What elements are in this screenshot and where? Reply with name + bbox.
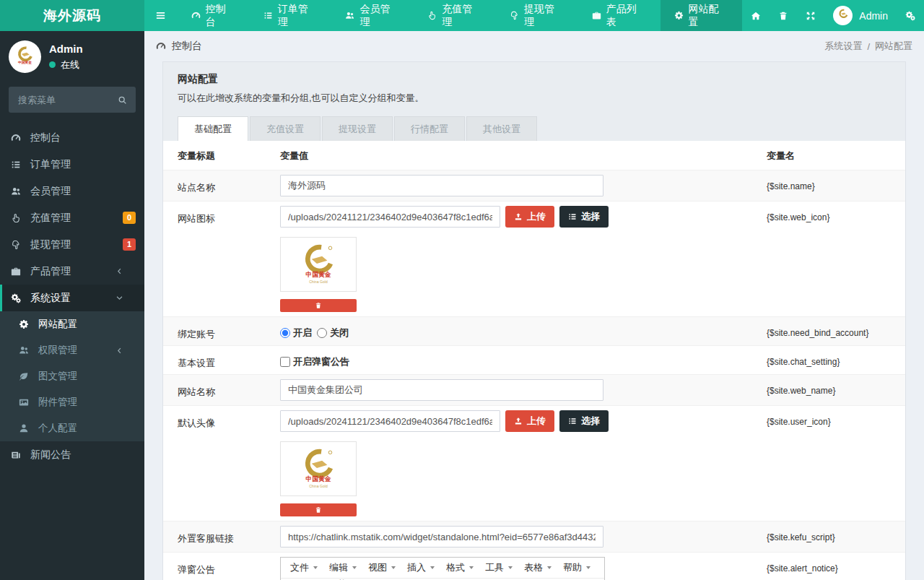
trash-icon <box>778 11 788 21</box>
sidebar-item-profile-config[interactable]: 个人配置 <box>0 415 144 441</box>
sidebar-item-news[interactable]: 新闻公告 <box>0 441 144 468</box>
radio-option-off[interactable]: 关闭 <box>317 326 349 339</box>
upload-icon <box>514 417 523 425</box>
nav-item-recharge[interactable]: 充值管理 <box>414 0 496 31</box>
caret-icon <box>586 566 590 569</box>
editor-menu-edit[interactable]: 编辑 <box>323 559 362 577</box>
web-icon-preview: 中国黄金China Gold <box>280 237 357 292</box>
breadcrumb-current-page: 网站配置 <box>875 40 912 53</box>
upload-button[interactable]: 上传 <box>505 206 554 228</box>
choose-button[interactable]: 选择 <box>559 206 609 228</box>
page-title: 网站配置 <box>178 73 891 86</box>
search-input[interactable] <box>9 87 108 113</box>
sidebar-item-attachments[interactable]: 附件管理 <box>0 389 144 415</box>
table-row: 网站图标 上传 选择 中国黄金China Gold {$site.web_ico… <box>163 201 905 316</box>
content-area: 控制台 系统设置 / 网站配置 网站配置 可以在此增改系统的变量和分组,也可以自… <box>144 31 924 580</box>
popup-notice-checkbox-label[interactable]: 开启弹窗公告 <box>280 355 349 368</box>
upload-button[interactable]: 上传 <box>505 410 554 432</box>
radio-option-on[interactable]: 开启 <box>280 326 312 339</box>
sidebar-item-product-mgmt[interactable]: 产品管理 <box>0 258 144 285</box>
avatar: 中国黄金 <box>9 40 41 73</box>
breadcrumb-parent-link[interactable]: 系统设置 <box>824 40 862 53</box>
users-icon <box>11 186 30 196</box>
nav-label: 网站配置 <box>689 3 729 29</box>
content-header: 控制台 系统设置 / 网站配置 <box>144 31 924 59</box>
tab-recharge-settings[interactable]: 充值设置 <box>250 116 321 141</box>
list-icon <box>11 160 30 170</box>
variable-name: {$site.need_bind_account} <box>767 321 891 341</box>
editor-menu-help[interactable]: 帮助 <box>557 559 596 577</box>
sidebar-item-recharge[interactable]: 充值管理0 <box>0 204 144 231</box>
table-row: 默认头像 上传 选择 中国黄金China Gold {$site.user_ic… <box>163 405 905 521</box>
nav-label: 会员管理 <box>359 3 400 29</box>
sidebar-item-withdraw[interactable]: 提现管理1 <box>0 231 144 258</box>
row-title: 网站名称 <box>178 379 280 401</box>
china-gold-logo: 中国黄金China Gold <box>292 242 344 287</box>
tab-withdraw-settings[interactable]: 提现设置 <box>322 116 393 141</box>
china-gold-logo: 中国黄金China Gold <box>292 446 344 491</box>
hand-up-icon <box>11 213 30 223</box>
settings-button[interactable] <box>897 0 924 31</box>
tab-basic-config[interactable]: 基础配置 <box>178 116 248 141</box>
sidebar-item-site-config[interactable]: 网站配置 <box>0 311 144 337</box>
avatar <box>833 6 853 25</box>
nav-item-dashboard[interactable]: 控制台 <box>178 0 250 31</box>
newspaper-icon <box>11 450 30 460</box>
delete-image-button[interactable] <box>280 299 357 312</box>
caret-icon <box>391 566 396 569</box>
chevron-left-icon <box>116 267 135 275</box>
hand-down-icon <box>510 11 519 20</box>
radio-off[interactable] <box>317 328 327 338</box>
brand-logo[interactable]: 海外源码 <box>0 0 144 31</box>
web-name-input[interactable] <box>280 379 603 401</box>
table-row: 站点名称 {$site.name} <box>163 170 905 201</box>
caret-icon <box>547 566 552 569</box>
top-navbar: 控制台 订单管理 会员管理 充值管理 提现管理 产品列表 网站配置 Admin <box>144 0 924 31</box>
fullscreen-button[interactable] <box>797 0 824 31</box>
sidebar-item-members[interactable]: 会员管理 <box>0 178 144 204</box>
tab-other-settings[interactable]: 其他设置 <box>466 116 537 141</box>
editor-menu-insert[interactable]: 插入 <box>401 559 440 577</box>
tachometer-icon <box>11 133 30 143</box>
popup-notice-checkbox[interactable] <box>280 357 290 367</box>
user-icon-path-input[interactable] <box>280 410 500 432</box>
user-menu[interactable]: Admin <box>824 6 897 25</box>
column-header: 变量标题 <box>178 150 280 163</box>
config-table: 变量标题 变量值 变量名 站点名称 {$site.name} 网站图标 上传 选… <box>163 141 905 580</box>
trash-button[interactable] <box>770 0 797 31</box>
search-button[interactable] <box>108 87 136 113</box>
nav-item-products[interactable]: 产品列表 <box>578 0 661 31</box>
breadcrumb-current: 控制台 <box>172 40 202 53</box>
home-button[interactable] <box>742 0 770 31</box>
radio-on[interactable] <box>280 328 290 338</box>
expand-icon <box>806 11 816 21</box>
site-name-input[interactable] <box>280 175 603 196</box>
cogs-icon <box>11 293 30 303</box>
tab-market-config[interactable]: 行情配置 <box>394 116 465 141</box>
sidebar-item-dashboard[interactable]: 控制台 <box>0 124 144 151</box>
sidebar-item-content-mgmt[interactable]: 图文管理 <box>0 363 144 389</box>
column-header: 变量名 <box>767 150 891 163</box>
choose-button[interactable]: 选择 <box>559 410 609 432</box>
sidebar-toggle-button[interactable] <box>144 0 178 31</box>
trash-icon <box>315 506 322 514</box>
nav-item-orders[interactable]: 订单管理 <box>250 0 332 31</box>
nav-item-members[interactable]: 会员管理 <box>331 0 414 31</box>
nav-item-withdraw[interactable]: 提现管理 <box>496 0 578 31</box>
web-icon-path-input[interactable] <box>280 206 500 228</box>
editor-menu-tools[interactable]: 工具 <box>479 559 518 577</box>
editor-menu-format[interactable]: 格式 <box>440 559 479 577</box>
chevron-left-icon <box>116 347 135 355</box>
kefu-link-input[interactable] <box>280 526 603 547</box>
editor-menu-table[interactable]: 表格 <box>518 559 557 577</box>
nav-item-site-config[interactable]: 网站配置 <box>661 0 743 31</box>
caret-icon <box>352 566 357 569</box>
variable-name: {$site.alert_notice} <box>767 557 891 580</box>
delete-image-button[interactable] <box>280 503 357 516</box>
sidebar-item-orders[interactable]: 订单管理 <box>0 151 144 178</box>
editor-menu-file[interactable]: 文件 <box>284 559 323 577</box>
hand-up-icon <box>427 11 437 20</box>
sidebar-item-permissions[interactable]: 权限管理 <box>0 337 144 363</box>
editor-menu-view[interactable]: 视图 <box>362 559 401 577</box>
sidebar-item-system-settings[interactable]: 系统设置 <box>0 285 144 311</box>
